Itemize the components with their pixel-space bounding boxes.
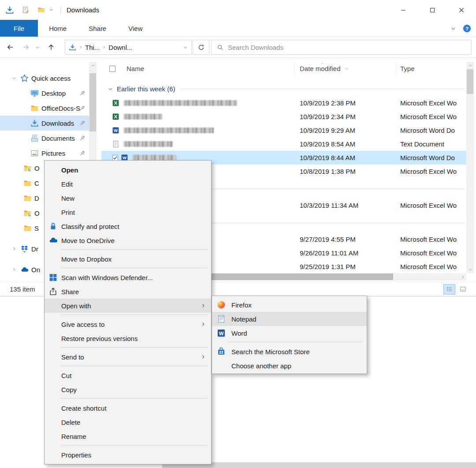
back-button[interactable] [6, 43, 14, 51]
recent-locations-chevron-icon[interactable] [35, 45, 40, 50]
properties-qat-button[interactable] [22, 6, 30, 14]
menu-item-properties[interactable]: Properties [45, 448, 211, 462]
menu-item-word[interactable]: WWord [212, 326, 367, 340]
menu-item-share[interactable]: Share [45, 285, 211, 299]
pin-icon [79, 135, 86, 142]
breadcrumb-downloads[interactable]: Downl... [108, 44, 132, 51]
group-rule [181, 89, 465, 89]
sidebar-item-quick-access[interactable]: Quick access [0, 71, 89, 86]
address-dropdown-icon[interactable] [183, 45, 188, 50]
file-row[interactable]: 10/9/2019 2:38 PMMicrosoft Excel Wo [101, 96, 466, 110]
tab-share[interactable]: Share [78, 20, 117, 37]
group-header[interactable]: Earlier this week (6) [101, 76, 466, 96]
chevron-right-icon[interactable] [11, 267, 17, 272]
scroll-right-arrow-icon[interactable] [459, 273, 466, 281]
sidebar-item-desktop[interactable]: Desktop [0, 86, 89, 101]
menu-item-choose-another-app[interactable]: Choose another app [212, 359, 367, 373]
menu-item-move-to-onedrive[interactable]: Move to OneDrive [45, 233, 211, 247]
menu-item-print[interactable]: Print [45, 205, 211, 219]
menu-item-delete[interactable]: Delete [45, 415, 211, 429]
file-row[interactable]: 10/9/2019 8:54 AMText Document [101, 137, 466, 151]
file-name-cell [101, 99, 294, 107]
breadcrumb-this-pc[interactable]: Thi... [85, 44, 100, 51]
refresh-button[interactable] [193, 40, 209, 55]
column-headers: Name Date modified Type [101, 62, 466, 75]
file-type: Microsoft Excel Wo [396, 168, 466, 175]
menu-item-rename[interactable]: Rename [45, 429, 211, 443]
menu-item-send-to[interactable]: Send to [45, 350, 211, 364]
details-view-button[interactable] [443, 284, 455, 295]
chevron-down-icon[interactable] [11, 75, 17, 81]
sidebar-item-downloads[interactable]: Downloads [0, 116, 89, 131]
select-all-checkbox[interactable] [109, 65, 116, 72]
sidebar-item-documents[interactable]: Documents [0, 131, 89, 146]
up-button[interactable] [47, 43, 55, 51]
menu-item-firefox[interactable]: Firefox [212, 298, 367, 312]
search-input[interactable] [228, 44, 466, 51]
file-type: Microsoft Excel Wo [396, 202, 466, 209]
scroll-up-arrow-icon[interactable] [466, 62, 474, 69]
menu-item-label: Give access to [61, 321, 104, 328]
menu-separator [61, 445, 207, 446]
excel-icon [112, 113, 119, 120]
close-button[interactable] [447, 0, 476, 20]
menu-item-new[interactable]: New [45, 191, 211, 205]
close-icon [459, 7, 464, 13]
column-header-name[interactable]: Name [101, 62, 294, 75]
expand-ribbon-icon[interactable] [450, 26, 456, 31]
notepad-icon [217, 314, 226, 323]
column-header-type[interactable]: Type [396, 62, 466, 75]
chevron-up-icon [91, 64, 95, 68]
address-bar[interactable]: Thi... Downl... [65, 40, 192, 55]
maximize-button[interactable] [418, 0, 447, 20]
sidebar-item-officedocs-s[interactable]: OfficeDocs-S [0, 101, 89, 116]
vertical-scrollbar[interactable] [466, 62, 474, 273]
menu-item-cut[interactable]: Cut [45, 368, 211, 382]
file-date-modified: 10/8/2019 1:38 PM [294, 168, 396, 175]
menu-item-classify-and-protect[interactable]: Classify and protect [45, 219, 211, 233]
column-header-date-modified[interactable]: Date modified [294, 62, 396, 75]
menu-item-label: Copy [61, 386, 77, 393]
qat-customize-chevron-icon[interactable] [49, 7, 54, 12]
file-row[interactable]: W10/9/2019 9:29 AMMicrosoft Word Do [101, 124, 466, 137]
minimize-button[interactable] [389, 0, 418, 20]
tab-view[interactable]: View [117, 20, 153, 37]
chevron-right-icon[interactable] [11, 246, 17, 251]
tab-file[interactable]: File [0, 20, 38, 37]
menu-item-label: Word [231, 329, 247, 337]
menu-item-copy[interactable]: Copy [45, 382, 211, 397]
file-row[interactable]: 10/9/2019 2:34 PMMicrosoft Excel Wo [101, 110, 466, 124]
menu-item-give-access-to[interactable]: Give access to [45, 317, 211, 331]
ribbon-right-controls: ? [450, 20, 476, 37]
menu-item-move-to-dropbox[interactable]: Move to Dropbox [45, 252, 211, 266]
column-header-date-label: Date modified [300, 65, 341, 72]
forward-button[interactable] [22, 43, 30, 51]
menu-item-restore-previous-versions[interactable]: Restore previous versions [45, 331, 211, 345]
group-header-inner: Earlier this week (6) [108, 85, 465, 93]
navigation-toolbar: Thi... Downl... [0, 37, 476, 58]
vertical-scrollbar-thumb[interactable] [467, 69, 473, 94]
tab-home[interactable]: Home [38, 20, 78, 37]
new-folder-qat-button[interactable] [37, 6, 45, 14]
sidebar-scrollbar-thumb[interactable] [89, 73, 96, 131]
column-filter-chevron-icon[interactable] [344, 66, 349, 71]
search-box[interactable] [211, 40, 472, 55]
sidebar-item-pictures[interactable]: Pictures [0, 146, 89, 161]
group-collapse-chevron-icon[interactable] [108, 86, 113, 92]
menu-item-search-the-microsoft-store[interactable]: Search the Microsoft Store [212, 344, 367, 359]
menu-item-scan-with-windows-defender[interactable]: Scan with Windows Defender... [45, 270, 211, 285]
large-icons-view-button[interactable] [457, 284, 469, 295]
menu-item-label: Print [61, 209, 75, 216]
menu-item-edit[interactable]: Edit [45, 177, 211, 191]
svg-text:W: W [123, 155, 126, 160]
menu-item-notepad[interactable]: Notepad [212, 312, 367, 326]
scroll-down-arrow-icon[interactable] [466, 266, 474, 273]
menu-item-open-with[interactable]: Open with [45, 299, 211, 313]
help-icon[interactable]: ? [463, 24, 471, 33]
titlebar-divider [60, 6, 61, 14]
chevron-down-icon [468, 267, 472, 272]
menu-item-open[interactable]: Open [45, 163, 211, 177]
file-type: Text Document [396, 140, 466, 148]
scroll-up-arrow-icon[interactable] [89, 62, 97, 69]
menu-item-create-shortcut[interactable]: Create shortcut [45, 401, 211, 415]
